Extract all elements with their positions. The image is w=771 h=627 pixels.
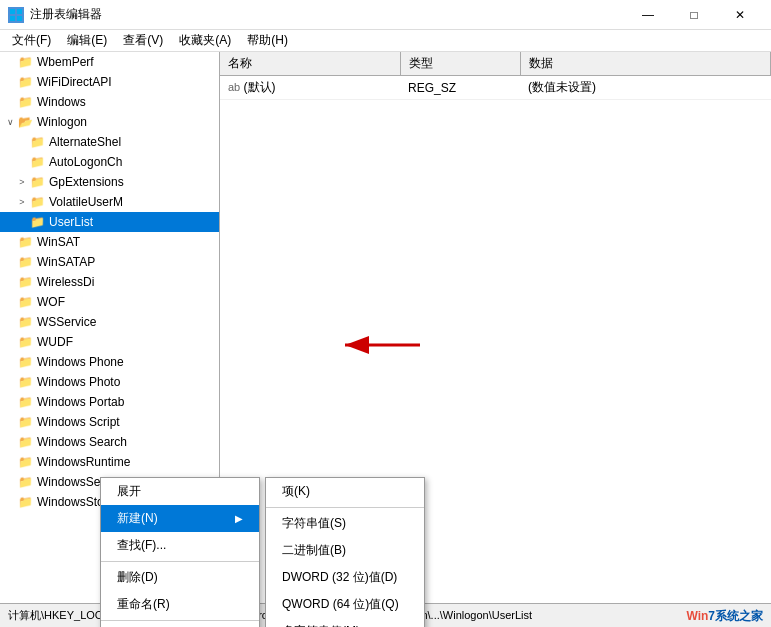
- folder-icon: 📁: [18, 75, 33, 89]
- ctx-expand[interactable]: 展开: [101, 478, 259, 505]
- folder-icon: 📁: [18, 475, 33, 489]
- col-name: 名称: [220, 52, 400, 76]
- ctx-rename[interactable]: 重命名(R): [101, 591, 259, 618]
- cell-type: REG_SZ: [400, 76, 520, 100]
- folder-icon: 📁: [30, 195, 45, 209]
- tree-item-windows-photo[interactable]: 📁 Windows Photo: [0, 372, 219, 392]
- sub-multistring[interactable]: 多字符串值(M): [266, 618, 424, 627]
- tree-item-label: WbemPerf: [37, 55, 94, 69]
- main-area: 📁 WbemPerf 📁 WiFiDirectAPI 📁 Windows ∨ 📂…: [0, 52, 771, 603]
- svg-rect-2: [10, 16, 15, 21]
- ctx-export[interactable]: 导出(E): [101, 623, 259, 627]
- folder-icon: 📁: [18, 335, 33, 349]
- tree-item-wof[interactable]: 📁 WOF: [0, 292, 219, 312]
- menu-favorites[interactable]: 收藏夹(A): [171, 30, 239, 51]
- submenu: 项(K) 字符串值(S) 二进制值(B) DWORD (32 位)值(D) QW…: [265, 477, 425, 627]
- folder-icon: 📁: [18, 295, 33, 309]
- ctx-divider2: [101, 620, 259, 621]
- folder-icon: 📁: [18, 55, 33, 69]
- sub-key[interactable]: 项(K): [266, 478, 424, 505]
- window-controls: — □ ✕: [625, 0, 763, 30]
- table-row[interactable]: ab (默认) REG_SZ (数值未设置): [220, 76, 771, 100]
- app-icon: [8, 7, 24, 23]
- tree-item-winsatap[interactable]: 📁 WinSATAP: [0, 252, 219, 272]
- menu-view[interactable]: 查看(V): [115, 30, 171, 51]
- tree-item-wudf[interactable]: 📁 WUDF: [0, 332, 219, 352]
- svg-rect-3: [17, 16, 22, 21]
- tree-item-label: AutoLogonCh: [49, 155, 122, 169]
- expand-btn-winlogon[interactable]: ∨: [4, 116, 16, 128]
- col-type: 类型: [400, 52, 520, 76]
- folder-icon: 📁: [18, 95, 33, 109]
- cell-data: (数值未设置): [520, 76, 771, 100]
- tree-item-label: VolatileUserM: [49, 195, 123, 209]
- sub-dword[interactable]: DWORD (32 位)值(D): [266, 564, 424, 591]
- folder-icon: 📁: [18, 375, 33, 389]
- folder-icon: 📂: [18, 115, 33, 129]
- ctx-delete[interactable]: 删除(D): [101, 564, 259, 591]
- tree-item-winsat[interactable]: 📁 WinSAT: [0, 232, 219, 252]
- col-data: 数据: [520, 52, 771, 76]
- menu-file[interactable]: 文件(F): [4, 30, 59, 51]
- tree-item-label: WinSATAP: [37, 255, 95, 269]
- tree-item-gpextensions[interactable]: > 📁 GpExtensions: [0, 172, 219, 192]
- folder-icon: 📁: [30, 215, 45, 229]
- tree-item-windows-search[interactable]: 📁 Windows Search: [0, 432, 219, 452]
- tree-item-label: AlternateShel: [49, 135, 121, 149]
- tree-item-alternateshel[interactable]: 📁 AlternateShel: [0, 132, 219, 152]
- folder-icon: 📁: [18, 255, 33, 269]
- context-menu: 展开 新建(N) ▶ 查找(F)... 删除(D) 重命名(R) 导出(E) 权…: [100, 477, 260, 627]
- tree-item-windows-portab[interactable]: 📁 Windows Portab: [0, 392, 219, 412]
- tree-item-label: Windows Photo: [37, 375, 120, 389]
- window-title: 注册表编辑器: [30, 6, 625, 23]
- tree-item-label: WOF: [37, 295, 65, 309]
- folder-icon: 📁: [30, 155, 45, 169]
- sub-divider1: [266, 507, 424, 508]
- ctx-divider1: [101, 561, 259, 562]
- registry-table: 名称 类型 数据 ab (默认) REG_SZ (数值未设置): [220, 52, 771, 100]
- ctx-new[interactable]: 新建(N) ▶: [101, 505, 259, 532]
- ctx-new-label: 新建(N): [117, 510, 158, 527]
- cell-name: ab (默认): [220, 76, 400, 100]
- tree-item-windows[interactable]: 📁 Windows: [0, 92, 219, 112]
- tree-item-label: Windows Portab: [37, 395, 124, 409]
- tree-item-wifidirectapi[interactable]: 📁 WiFiDirectAPI: [0, 72, 219, 92]
- tree-item-windowsruntime[interactable]: 📁 WindowsRuntime: [0, 452, 219, 472]
- folder-icon: 📁: [18, 315, 33, 329]
- sub-binary[interactable]: 二进制值(B): [266, 537, 424, 564]
- tree-item-wirelessdi[interactable]: 📁 WirelessDi: [0, 272, 219, 292]
- tree-item-label: GpExtensions: [49, 175, 124, 189]
- tree-item-label: WiFiDirectAPI: [37, 75, 112, 89]
- sub-string[interactable]: 字符串值(S): [266, 510, 424, 537]
- menu-edit[interactable]: 编辑(E): [59, 30, 115, 51]
- folder-icon: 📁: [18, 395, 33, 409]
- maximize-button[interactable]: □: [671, 0, 717, 30]
- minimize-button[interactable]: —: [625, 0, 671, 30]
- tree-item-label: WinSAT: [37, 235, 80, 249]
- expand-btn-volatile[interactable]: >: [16, 196, 28, 208]
- ctx-find[interactable]: 查找(F)...: [101, 532, 259, 559]
- tree-item-volatileuserm[interactable]: > 📁 VolatileUserM: [0, 192, 219, 212]
- title-bar: 注册表编辑器 — □ ✕: [0, 0, 771, 30]
- tree-item-windows-script[interactable]: 📁 Windows Script: [0, 412, 219, 432]
- tree-item-autologonch[interactable]: 📁 AutoLogonCh: [0, 152, 219, 172]
- tree-item-wsservice[interactable]: 📁 WSService: [0, 312, 219, 332]
- sub-qword[interactable]: QWORD (64 位)值(Q): [266, 591, 424, 618]
- menu-help[interactable]: 帮助(H): [239, 30, 296, 51]
- tree-item-winlogon[interactable]: ∨ 📂 Winlogon: [0, 112, 219, 132]
- tree-item-userlist[interactable]: 📁 UserList: [0, 212, 219, 232]
- folder-icon: 📁: [18, 455, 33, 469]
- folder-icon: 📁: [18, 235, 33, 249]
- tree-item-label: Windows Search: [37, 435, 127, 449]
- expand-btn-gpext[interactable]: >: [16, 176, 28, 188]
- submenu-arrow-icon: ▶: [235, 513, 243, 524]
- close-button[interactable]: ✕: [717, 0, 763, 30]
- tree-item-label: WUDF: [37, 335, 73, 349]
- svg-rect-0: [10, 9, 15, 14]
- tree-item-wbemperf[interactable]: 📁 WbemPerf: [0, 52, 219, 72]
- svg-rect-1: [17, 9, 22, 14]
- menu-bar: 文件(F) 编辑(E) 查看(V) 收藏夹(A) 帮助(H): [0, 30, 771, 52]
- tree-item-windows-phone[interactable]: 📁 Windows Phone: [0, 352, 219, 372]
- tree-item-label: Windows: [37, 95, 86, 109]
- tree-item-label: Windows Phone: [37, 355, 124, 369]
